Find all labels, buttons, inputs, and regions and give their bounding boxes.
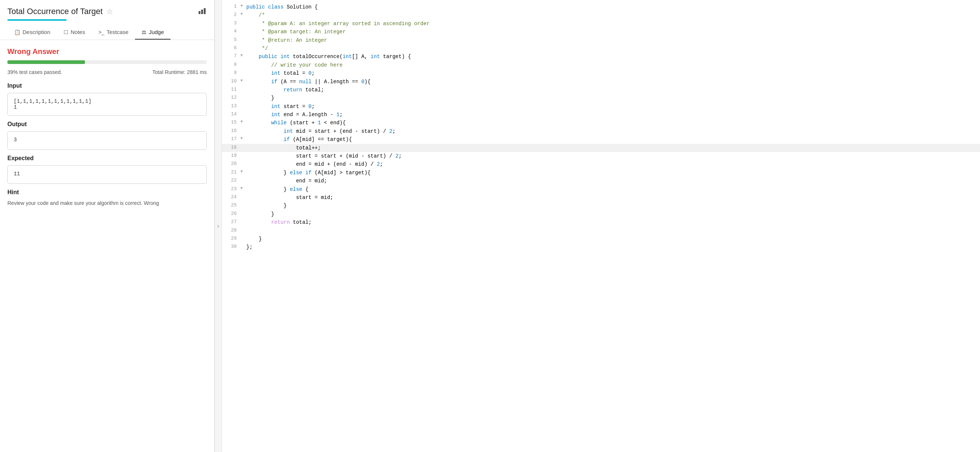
code-line-7: 7 ▼ public int totalOccurrence(int[] A, …: [222, 53, 980, 60]
code-line-9: 9 int total = 0;: [222, 69, 980, 77]
description-icon: 📋: [14, 29, 20, 35]
test-cases-passed: 39% test cases passed.: [7, 69, 62, 75]
panel-divider[interactable]: ›: [215, 0, 222, 452]
tab-description-label: Description: [22, 29, 50, 35]
left-panel: Total Occurrence of Target ☆ 📋 Descripti…: [0, 0, 215, 452]
tab-testcase[interactable]: >_ Testcase: [92, 25, 135, 40]
code-line-10: 10 ▼ if (A == null || A.length == 0){: [222, 78, 980, 86]
svg-rect-1: [201, 10, 203, 14]
divider-arrow-icon: ›: [217, 223, 219, 229]
star-icon[interactable]: ☆: [107, 7, 113, 16]
input-value: [1,1,1,1,1,1,1,1,1,1,1,1] 1: [7, 93, 207, 116]
code-line-28: 28: [222, 227, 980, 235]
tabs-bar: 📋 Description ☐ Notes >_ Testcase ⚖ Judg…: [0, 25, 214, 40]
code-line-17: 17 ▼ if (A[mid] == target){: [222, 135, 980, 143]
code-line-22: 22 end = mid;: [222, 177, 980, 185]
result-status: Wrong Answer: [7, 47, 207, 56]
notes-icon: ☐: [64, 29, 68, 35]
code-line-14: 14 int end = A.length - 1;: [222, 111, 980, 119]
code-line-6: 6 */: [222, 45, 980, 53]
code-line-11: 11 return total;: [222, 86, 980, 94]
code-line-8: 8 // write your code here: [222, 61, 980, 69]
svg-rect-2: [204, 8, 205, 14]
bar-chart-icon[interactable]: [199, 7, 207, 16]
code-line-26: 26 }: [222, 210, 980, 218]
code-line-25: 25 }: [222, 202, 980, 210]
svg-rect-0: [199, 11, 200, 14]
code-line-30: 30 };: [222, 243, 980, 251]
code-line-16: 16 int mid = start + (end - start) / 2;: [222, 127, 980, 135]
output-value: 3: [7, 131, 207, 150]
tab-notes[interactable]: ☐ Notes: [57, 25, 92, 40]
code-line-1: 1 ▼ public class Solution {: [222, 3, 980, 11]
header-progress-bar: [7, 19, 67, 21]
problem-header: Total Occurrence of Target ☆: [0, 0, 214, 25]
tab-description[interactable]: 📋 Description: [7, 25, 57, 40]
tab-testcase-label: Testcase: [107, 29, 128, 35]
tab-notes-label: Notes: [71, 29, 85, 35]
code-line-3: 3 * @param A: an integer array sorted in…: [222, 20, 980, 28]
expected-label: Expected: [7, 155, 207, 162]
tab-judge-label: Judge: [149, 29, 164, 35]
test-progress-bar-fill: [7, 60, 85, 64]
code-line-15: 15 ▼ while (start + 1 < end){: [222, 119, 980, 127]
code-line-2: 2 ▼ /*: [222, 11, 980, 19]
code-editor-panel[interactable]: 1 ▼ public class Solution { 2 ▼ /* 3 * @…: [222, 0, 980, 452]
hint-label: Hint: [7, 189, 207, 196]
code-line-19: 19 start = start + (mid - start) / 2;: [222, 152, 980, 160]
problem-title: Total Occurrence of Target ☆: [7, 6, 113, 16]
expected-value: 11: [7, 166, 207, 184]
tab-judge[interactable]: ⚖ Judge: [135, 25, 170, 40]
code-line-29: 29 }: [222, 235, 980, 243]
input-label: Input: [7, 83, 207, 89]
code-line-21: 21 ▼ } else if (A[mid] > target){: [222, 169, 980, 177]
code-line-18: 18 total++;: [222, 144, 980, 152]
code-line-20: 20 end = mid + (end - mid) / 2;: [222, 160, 980, 168]
testcase-icon: >_: [99, 29, 104, 35]
stats-row: 39% test cases passed. Total Runtime: 28…: [7, 69, 207, 75]
code-editor: 1 ▼ public class Solution { 2 ▼ /* 3 * @…: [222, 0, 980, 254]
test-progress-bar-container: [7, 60, 207, 64]
problem-title-row: Total Occurrence of Target ☆: [7, 6, 207, 16]
judge-content: Wrong Answer 39% test cases passed. Tota…: [0, 40, 214, 452]
code-line-23: 23 ▼ } else {: [222, 185, 980, 193]
hint-text: Review your code and make sure your algo…: [7, 199, 207, 207]
code-line-24: 24 start = mid;: [222, 193, 980, 202]
code-line-27: 27 return total;: [222, 218, 980, 226]
code-line-12: 12 }: [222, 94, 980, 102]
output-label: Output: [7, 121, 207, 127]
problem-title-text: Total Occurrence of Target: [7, 6, 103, 16]
code-line-4: 4 * @param target: An integer: [222, 28, 980, 36]
total-runtime: Total Runtime: 2881 ms: [152, 69, 207, 75]
judge-icon: ⚖: [142, 29, 146, 35]
code-line-13: 13 int start = 0;: [222, 102, 980, 111]
code-line-5: 5 * @return: An integer: [222, 36, 980, 45]
